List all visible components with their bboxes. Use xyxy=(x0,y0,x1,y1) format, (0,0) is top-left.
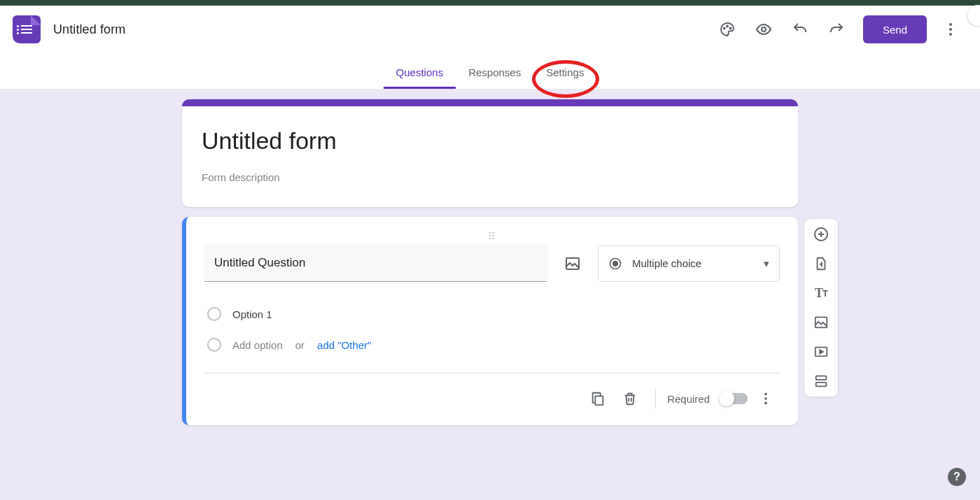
svg-point-4 xyxy=(949,23,952,26)
document-title[interactable]: Untitled form xyxy=(53,22,125,37)
svg-point-5 xyxy=(949,28,952,31)
redo-button[interactable] xyxy=(820,13,853,46)
browser-chrome-strip xyxy=(0,0,980,6)
palette-icon xyxy=(719,21,736,38)
dropdown-arrow-icon: ▾ xyxy=(764,257,769,270)
more-vert-icon xyxy=(942,21,959,38)
radio-icon xyxy=(207,338,221,352)
add-option-row: Add option or add "Other" xyxy=(204,329,780,360)
account-avatar[interactable] xyxy=(967,5,980,26)
video-icon xyxy=(813,344,829,359)
option-label[interactable]: Option 1 xyxy=(232,308,272,320)
radio-checked-icon xyxy=(608,257,622,271)
floating-toolbar: TT xyxy=(804,218,839,397)
tab-responses[interactable]: Responses xyxy=(456,66,533,89)
add-video-button[interactable] xyxy=(813,343,830,360)
undo-button[interactable] xyxy=(783,13,817,46)
preview-button[interactable] xyxy=(747,13,780,46)
add-question-button[interactable] xyxy=(813,226,830,243)
form-column: Untitled form Form description ⠿ Multipl… xyxy=(182,99,798,435)
send-button[interactable]: Send xyxy=(863,15,927,43)
svg-point-0 xyxy=(723,28,724,29)
question-more-button[interactable] xyxy=(752,385,780,413)
copy-icon xyxy=(590,391,606,406)
form-header-card[interactable]: Untitled form Form description xyxy=(182,99,798,207)
help-button[interactable]: ? xyxy=(948,468,966,486)
svg-point-9 xyxy=(612,260,618,266)
forms-logo[interactable] xyxy=(13,15,41,43)
undo-icon xyxy=(792,21,808,38)
plus-circle-icon xyxy=(813,226,830,243)
redo-icon xyxy=(828,21,845,38)
image-icon xyxy=(564,255,581,272)
add-title-button[interactable]: TT xyxy=(813,285,830,301)
drag-handle-icon[interactable]: ⠿ xyxy=(204,231,780,241)
required-toggle[interactable] xyxy=(720,393,748,404)
duplicate-button[interactable] xyxy=(584,385,612,413)
svg-point-2 xyxy=(729,28,731,29)
add-image-tool-button[interactable] xyxy=(813,314,830,331)
section-icon xyxy=(813,373,829,389)
svg-point-12 xyxy=(764,397,767,400)
question-footer: Required xyxy=(204,373,780,425)
question-type-label: Multiple choice xyxy=(632,257,701,269)
add-image-button[interactable] xyxy=(560,251,585,276)
tab-questions[interactable]: Questions xyxy=(384,66,456,89)
question-card[interactable]: ⠿ Multiple choice ▾ Option 1 Add option xyxy=(182,217,798,425)
question-type-select[interactable]: Multiple choice ▾ xyxy=(598,245,780,282)
header-actions: Send xyxy=(710,6,967,53)
question-text-input[interactable] xyxy=(204,245,547,282)
add-other-button[interactable]: add "Other" xyxy=(317,339,371,351)
import-questions-button[interactable] xyxy=(813,255,830,272)
svg-point-6 xyxy=(949,33,952,36)
question-header-row: Multiple choice ▾ xyxy=(204,245,780,282)
svg-point-1 xyxy=(727,26,728,27)
radio-icon xyxy=(207,307,221,321)
trash-icon xyxy=(622,391,638,406)
form-title[interactable]: Untitled form xyxy=(202,127,778,155)
more-vert-icon xyxy=(758,391,774,406)
svg-point-13 xyxy=(764,402,767,405)
required-label: Required xyxy=(667,393,710,405)
forms-logo-glyph xyxy=(21,25,32,34)
option-row-1[interactable]: Option 1 xyxy=(204,299,780,329)
file-import-icon xyxy=(813,256,829,271)
form-workspace: Untitled form Form description ⠿ Multipl… xyxy=(0,90,980,500)
tab-settings[interactable]: Settings xyxy=(533,66,596,89)
image-icon xyxy=(813,315,829,330)
customize-theme-button[interactable] xyxy=(710,13,744,46)
svg-rect-18 xyxy=(816,383,827,387)
separator xyxy=(655,388,656,409)
svg-rect-17 xyxy=(816,376,827,380)
svg-point-11 xyxy=(764,393,767,396)
main-tabs: Questions Responses Settings xyxy=(0,53,980,90)
svg-rect-10 xyxy=(595,396,603,405)
eye-icon xyxy=(755,21,772,38)
delete-button[interactable] xyxy=(616,385,644,413)
svg-point-3 xyxy=(762,27,766,31)
add-option-button[interactable]: Add option xyxy=(232,339,283,351)
form-description[interactable]: Form description xyxy=(202,171,778,183)
or-label: or xyxy=(295,339,304,351)
add-section-button[interactable] xyxy=(813,373,830,390)
app-header: Untitled form Send xyxy=(0,6,980,53)
more-menu-button[interactable] xyxy=(934,13,967,46)
